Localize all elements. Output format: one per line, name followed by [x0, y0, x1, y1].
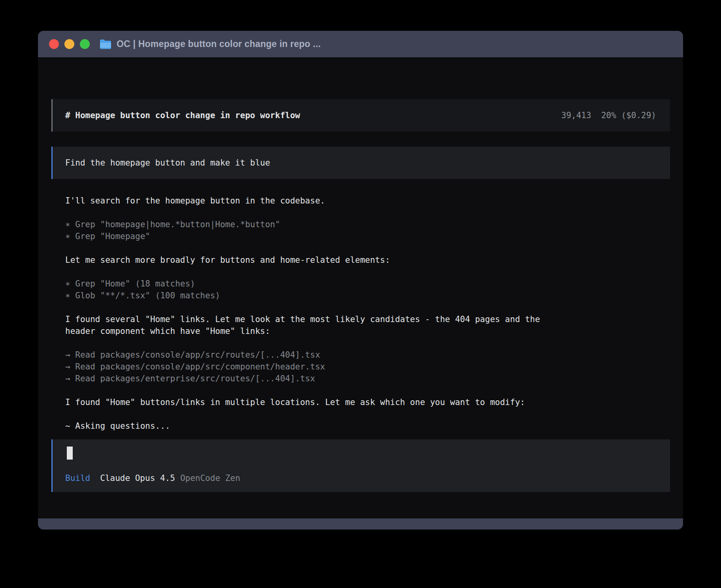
user-message: Find the homepage button and make it blu… [51, 147, 670, 179]
tool-call-line: → Read packages/enterprise/src/routes/[.… [65, 373, 670, 384]
assistant-message: I found several "Home" links. Let me loo… [51, 313, 670, 337]
window-titlebar[interactable]: OC | Homepage button color change in rep… [38, 31, 683, 57]
assistant-text-line: header component which have "Home" links… [65, 325, 670, 337]
token-count: 39,413 [561, 111, 591, 120]
context-percent: 20% [601, 111, 616, 120]
tool-call-line: ∗ Grep "homepage|home.*button|Home.*butt… [65, 219, 670, 230]
session-cost: ($0.29) [621, 111, 656, 120]
tool-call-group: ∗ Grep "homepage|home.*button|Home.*butt… [51, 219, 670, 242]
session-stats: 39,413 20% ($0.29) [561, 109, 656, 121]
window-bottom-chrome [38, 518, 683, 530]
assistant-text-line: I found several "Home" links. Let me loo… [65, 313, 670, 325]
terminal-window: OC | Homepage button color change in rep… [38, 31, 683, 530]
assistant-text-line: Let me search more broadly for buttons a… [65, 254, 670, 266]
mode-label: Build [65, 472, 90, 484]
zoom-button[interactable] [80, 39, 90, 49]
session-header: # Homepage button color change in repo w… [51, 99, 670, 132]
assistant-text-line: I found "Home" buttons/links in multiple… [65, 396, 670, 408]
close-button[interactable] [49, 39, 59, 49]
tool-call-line: ∗ Grep "Homepage" [65, 230, 670, 242]
tool-call-line: → Read packages/console/app/src/routes/[… [65, 349, 670, 361]
tool-call-line: → Read packages/console/app/src/componen… [65, 361, 670, 373]
assistant-text-line: I'll search for the homepage button in t… [65, 195, 670, 207]
prompt-input[interactable]: Build Claude Opus 4.5 OpenCode Zen [51, 439, 670, 492]
assistant-message: I found "Home" buttons/links in multiple… [51, 396, 670, 408]
tool-call-line: ∗ Glob "**/*.tsx" (100 matches) [65, 290, 670, 302]
assistant-message: Let me search more broadly for buttons a… [51, 254, 670, 266]
working-status-line: ~ Asking questions... [65, 420, 670, 432]
terminal-content: # Homepage button color change in repo w… [38, 57, 683, 518]
model-label: Claude Opus 4.5 [100, 472, 175, 484]
input-mode-row: Build Claude Opus 4.5 OpenCode Zen [65, 472, 240, 484]
user-message-text: Find the homepage button and make it blu… [65, 157, 270, 169]
window-title: OC | Homepage button color change in rep… [117, 39, 321, 49]
working-status: ~ Asking questions... [51, 420, 670, 432]
tool-call-group: ∗ Grep "Home" (18 matches) ∗ Glob "**/*.… [51, 278, 670, 302]
text-cursor [67, 447, 73, 460]
tool-call-group: → Read packages/console/app/src/routes/[… [51, 349, 670, 384]
minimize-button[interactable] [64, 39, 74, 49]
tool-call-line: ∗ Grep "Home" (18 matches) [65, 278, 670, 290]
folder-icon [99, 39, 112, 49]
provider-label: OpenCode Zen [180, 472, 240, 484]
session-title: # Homepage button color change in repo w… [65, 109, 300, 121]
assistant-message: I'll search for the homepage button in t… [51, 195, 670, 207]
conversation: I'll search for the homepage button in t… [51, 195, 670, 467]
